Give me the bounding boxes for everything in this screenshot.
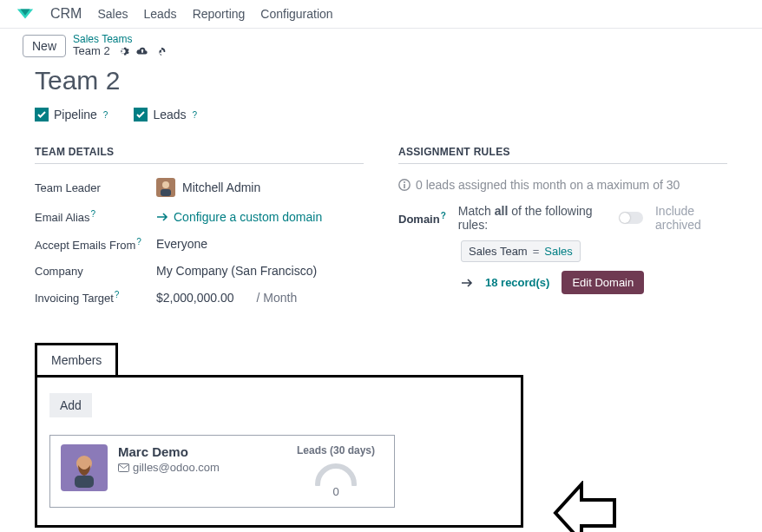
- page-title: Team 2: [35, 66, 727, 95]
- avatar-icon: [156, 178, 175, 197]
- arrow-right-icon: [461, 279, 473, 287]
- section-title-team: TEAM DETAILS: [35, 146, 364, 164]
- tab-highlight: Members: [35, 343, 118, 375]
- help-icon[interactable]: ?: [91, 209, 96, 219]
- leads-checkbox[interactable]: [134, 108, 148, 122]
- avatar-icon: [64, 448, 104, 488]
- gauge-icon: [312, 462, 359, 486]
- envelope-icon: [118, 463, 129, 472]
- form-view: Team 2 Pipeline? Leads? TEAM DETAILS Tea…: [0, 66, 762, 532]
- help-icon[interactable]: ?: [441, 211, 446, 220]
- breadcrumb: Sales Teams Team 2: [73, 34, 168, 57]
- invoicing-target-label: Invoicing Target?: [35, 290, 156, 305]
- accept-emails-label: Accept Emails From?: [35, 237, 156, 252]
- accept-emails-value[interactable]: Everyone: [156, 237, 207, 251]
- breadcrumb-current: Team 2: [73, 45, 110, 57]
- help-icon[interactable]: ?: [136, 237, 141, 246]
- svg-point-1: [162, 181, 169, 188]
- member-avatar: [61, 444, 108, 491]
- nav-configuration[interactable]: Configuration: [260, 7, 332, 21]
- undo-icon[interactable]: [155, 45, 168, 57]
- svg-rect-5: [404, 184, 405, 188]
- records-link[interactable]: 18 record(s): [485, 276, 549, 289]
- help-icon[interactable]: ?: [115, 290, 120, 299]
- leads-label: Leads: [153, 108, 186, 122]
- member-info: Marc Demo gilles@odoo.com: [118, 444, 278, 474]
- breadcrumb-bar: New Sales Teams Team 2: [0, 29, 762, 66]
- cloud-upload-icon[interactable]: [136, 45, 148, 57]
- company-value[interactable]: My Company (San Francisco): [156, 264, 317, 278]
- edit-domain-button[interactable]: Edit Domain: [562, 271, 644, 294]
- app-name[interactable]: CRM: [50, 6, 82, 22]
- include-archived-label: Include archived: [655, 204, 727, 232]
- member-name: Marc Demo: [118, 444, 278, 459]
- pipeline-checkbox[interactable]: [35, 108, 49, 122]
- domain-label: Domain?: [398, 211, 446, 226]
- svg-rect-8: [75, 476, 94, 488]
- invoicing-target-value[interactable]: $2,000,000.00 / Month: [156, 291, 297, 305]
- tab-members[interactable]: Members: [37, 345, 115, 375]
- pipeline-label: Pipeline: [54, 108, 97, 122]
- assignment-rules-section: ASSIGNMENT RULES 0 leads assigned this m…: [398, 146, 727, 317]
- team-leader-name: Mitchell Admin: [182, 181, 260, 194]
- svg-rect-2: [161, 189, 171, 196]
- add-member-button[interactable]: Add: [49, 393, 92, 417]
- help-icon[interactable]: ?: [193, 110, 198, 120]
- team-leader-label: Team Leader: [35, 181, 156, 194]
- domain-rule-tag[interactable]: Sales Team = Sales: [461, 240, 581, 262]
- team-details-section: TEAM DETAILS Team Leader Mitchell Admin …: [35, 146, 364, 317]
- member-stats: Leads (30 days) 0: [288, 444, 384, 498]
- rule-value: Sales: [544, 245, 573, 258]
- top-nav: CRM Sales Leads Reporting Configuration: [0, 0, 762, 29]
- configure-domain-link[interactable]: Configure a custom domain: [156, 210, 322, 224]
- app-logo-icon: [16, 5, 35, 23]
- invoicing-unit: / Month: [257, 291, 298, 305]
- stats-label: Leads (30 days): [288, 444, 384, 456]
- svg-point-4: [404, 181, 405, 183]
- callout-arrow-icon: [552, 481, 616, 532]
- include-archived-toggle[interactable]: [619, 212, 643, 224]
- members-area: Members Add Marc Demo gilles@: [35, 343, 727, 528]
- nav-leads[interactable]: Leads: [143, 7, 176, 21]
- nav-reporting[interactable]: Reporting: [193, 7, 246, 21]
- help-icon[interactable]: ?: [103, 110, 108, 120]
- company-label: Company: [35, 265, 156, 278]
- rule-op: =: [533, 245, 540, 258]
- section-title-assign: ASSIGNMENT RULES: [398, 146, 727, 164]
- member-card[interactable]: Marc Demo gilles@odoo.com Leads (30 days…: [49, 435, 395, 508]
- domain-match-text: Match all of the following rules:: [458, 204, 594, 232]
- feature-checks: Pipeline? Leads?: [35, 108, 727, 122]
- team-leader-value[interactable]: Mitchell Admin: [156, 178, 260, 197]
- new-button[interactable]: New: [23, 35, 66, 57]
- nav-sales[interactable]: Sales: [97, 7, 128, 21]
- rule-field: Sales Team: [469, 245, 528, 258]
- leads-check: Leads?: [134, 108, 197, 122]
- assignment-info: 0 leads assigned this month on a maximum…: [398, 178, 727, 192]
- pipeline-check: Pipeline?: [35, 108, 108, 122]
- members-panel: Add Marc Demo gilles@odoo.com: [35, 375, 523, 528]
- arrow-right-icon: [156, 213, 168, 221]
- member-email: gilles@odoo.com: [118, 461, 278, 474]
- gear-icon[interactable]: [117, 45, 129, 57]
- stats-value: 0: [288, 485, 384, 498]
- info-icon: [398, 179, 411, 191]
- email-alias-label: Email Alias?: [35, 209, 156, 224]
